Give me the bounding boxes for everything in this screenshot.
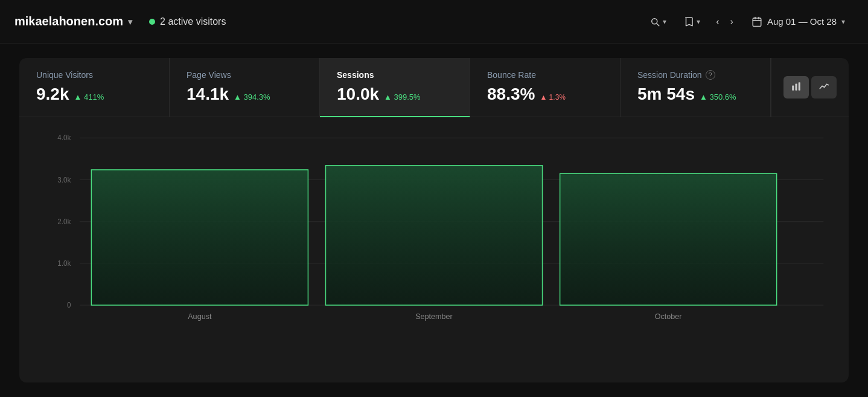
page-views-label: Page Views xyxy=(187,70,302,80)
line-chart-icon xyxy=(819,81,829,92)
svg-rect-1 xyxy=(792,86,794,91)
svg-text:September: September xyxy=(415,311,453,320)
bar-chart-icon xyxy=(791,81,802,92)
session-duration-value: 5m 54s ▲ 350.6% xyxy=(637,85,753,104)
prev-button[interactable]: ‹ xyxy=(711,13,724,31)
sessions-change: ▲ 399.5% xyxy=(384,92,421,102)
unique-visitors-change: ▲ 411% xyxy=(74,92,104,102)
bounce-rate-label: Bounce Rate xyxy=(487,70,603,80)
metric-session-duration[interactable]: Session Duration ? 5m 54s ▲ 350.6% xyxy=(621,58,771,117)
bookmark-icon xyxy=(683,16,694,27)
search-chevron-icon: ▾ xyxy=(663,18,666,26)
site-selector[interactable]: mikaelahonen.com ▾ xyxy=(14,15,132,28)
page-views-value: 14.1k ▲ 394.3% xyxy=(187,85,302,104)
search-icon xyxy=(649,16,660,27)
svg-text:4.0k: 4.0k xyxy=(57,134,71,142)
bounce-rate-value: 88.3% ▲ 1.3% xyxy=(487,85,603,104)
chevron-down-icon: ▾ xyxy=(128,17,132,27)
calendar-icon xyxy=(752,16,762,27)
bar-september xyxy=(325,166,542,305)
session-duration-label: Session Duration ? xyxy=(637,70,753,80)
search-button[interactable]: ▾ xyxy=(643,13,672,31)
bounce-rate-change: ▲ 1.3% xyxy=(540,93,566,102)
metric-bounce-rate[interactable]: Bounce Rate 88.3% ▲ 1.3% xyxy=(470,58,621,117)
sessions-label: Sessions xyxy=(337,70,453,80)
info-icon[interactable]: ? xyxy=(706,70,715,80)
chart-toggles xyxy=(771,58,849,117)
bookmark-button[interactable]: ▾ xyxy=(677,13,706,31)
svg-text:August: August xyxy=(188,311,212,320)
svg-text:0: 0 xyxy=(67,301,71,309)
dashboard-card: Unique Visitors 9.2k ▲ 411% Page Views 1… xyxy=(19,58,849,382)
main-content: Unique Visitors 9.2k ▲ 411% Page Views 1… xyxy=(0,44,868,397)
date-range-chevron-icon: ▾ xyxy=(841,18,845,26)
bookmark-chevron-icon: ▾ xyxy=(697,18,700,26)
svg-text:1.0k: 1.0k xyxy=(57,259,71,268)
topbar-right: ▾ ▾ ‹ › Aug 01 — Oct 28 ▾ xyxy=(643,13,854,31)
svg-text:2.0k: 2.0k xyxy=(57,217,71,225)
metrics-row: Unique Visitors 9.2k ▲ 411% Page Views 1… xyxy=(19,58,849,117)
metric-sessions[interactable]: Sessions 10.0k ▲ 399.5% xyxy=(320,58,470,117)
unique-visitors-value: 9.2k ▲ 411% xyxy=(36,85,152,104)
active-visitors-indicator: 2 active visitors xyxy=(149,16,226,27)
sessions-value: 10.0k ▲ 399.5% xyxy=(337,85,453,104)
site-name-label: mikaelahonen.com xyxy=(14,15,123,28)
date-range-label: Aug 01 — Oct 28 xyxy=(767,16,837,27)
svg-text:October: October xyxy=(655,311,682,320)
topbar: mikaelahonen.com ▾ 2 active visitors ▾ ▾… xyxy=(0,0,868,44)
bar-october xyxy=(560,173,777,305)
nav-arrows: ‹ › xyxy=(711,13,738,31)
chart-area: 4.0k 3.0k 2.0k 1.0k 0 xyxy=(19,117,849,335)
line-chart-toggle[interactable] xyxy=(811,76,837,98)
active-dot-icon xyxy=(149,19,155,25)
metric-unique-visitors[interactable]: Unique Visitors 9.2k ▲ 411% xyxy=(19,58,170,117)
next-button[interactable]: › xyxy=(726,13,738,31)
active-visitors-label: 2 active visitors xyxy=(160,16,226,27)
svg-text:3.0k: 3.0k xyxy=(57,175,71,184)
bar-august xyxy=(91,170,308,305)
page-views-change: ▲ 394.3% xyxy=(234,92,270,102)
metric-page-views[interactable]: Page Views 14.1k ▲ 394.3% xyxy=(170,58,320,117)
bar-chart-toggle[interactable] xyxy=(783,76,809,98)
svg-rect-0 xyxy=(753,18,761,27)
svg-rect-3 xyxy=(799,82,800,91)
date-range-selector[interactable]: Aug 01 — Oct 28 ▾ xyxy=(743,13,854,31)
unique-visitors-label: Unique Visitors xyxy=(36,70,152,80)
svg-rect-2 xyxy=(796,84,797,91)
session-duration-change: ▲ 350.6% xyxy=(700,92,736,102)
chart-svg: 4.0k 3.0k 2.0k 1.0k 0 xyxy=(39,132,829,325)
